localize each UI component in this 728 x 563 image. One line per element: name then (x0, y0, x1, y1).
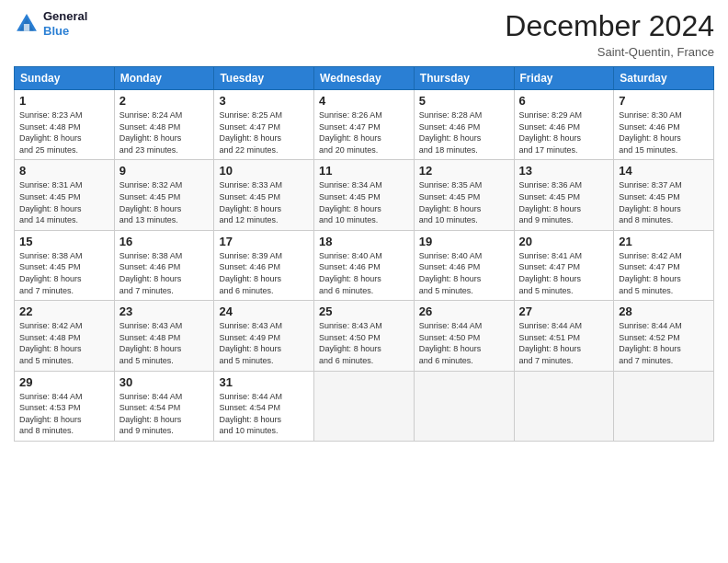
day-number: 19 (419, 235, 509, 248)
calendar-day-cell: 25Sunrise: 8:43 AM Sunset: 4:50 PM Dayli… (314, 301, 415, 371)
day-info: Sunrise: 8:33 AM Sunset: 4:45 PM Dayligh… (219, 179, 309, 225)
calendar-day-cell: 15Sunrise: 8:38 AM Sunset: 4:45 PM Dayli… (15, 230, 115, 300)
day-info: Sunrise: 8:44 AM Sunset: 4:52 PM Dayligh… (619, 320, 709, 366)
day-number: 29 (19, 375, 109, 389)
day-of-week-header: Monday (114, 67, 214, 90)
day-number: 1 (19, 94, 109, 108)
calendar-day-cell (514, 371, 614, 441)
logo-text: General Blue (43, 9, 87, 38)
day-number: 11 (319, 164, 409, 178)
calendar-day-cell: 23Sunrise: 8:43 AM Sunset: 4:48 PM Dayli… (114, 301, 214, 371)
calendar-day-cell: 9Sunrise: 8:32 AM Sunset: 4:45 PM Daylig… (114, 160, 214, 230)
day-number: 15 (19, 235, 109, 248)
calendar-day-cell (414, 371, 514, 441)
calendar-day-cell: 26Sunrise: 8:44 AM Sunset: 4:50 PM Dayli… (414, 301, 514, 371)
day-number: 9 (119, 164, 210, 178)
day-number: 2 (119, 94, 210, 108)
day-number: 12 (419, 164, 509, 178)
day-info: Sunrise: 8:44 AM Sunset: 4:53 PM Dayligh… (19, 391, 109, 437)
logo: General Blue (14, 9, 87, 38)
day-info: Sunrise: 8:36 AM Sunset: 4:45 PM Dayligh… (519, 179, 609, 225)
day-number: 13 (519, 164, 609, 178)
day-of-week-header: Friday (514, 67, 614, 90)
day-number: 26 (419, 304, 509, 318)
calendar-day-cell: 16Sunrise: 8:38 AM Sunset: 4:46 PM Dayli… (114, 230, 214, 300)
calendar-day-cell: 5Sunrise: 8:28 AM Sunset: 4:46 PM Daylig… (414, 90, 514, 160)
day-number: 31 (219, 375, 309, 389)
day-number: 14 (619, 164, 709, 178)
day-of-week-header: Tuesday (214, 67, 314, 90)
calendar-day-cell: 24Sunrise: 8:43 AM Sunset: 4:49 PM Dayli… (214, 301, 314, 371)
day-info: Sunrise: 8:43 AM Sunset: 4:49 PM Dayligh… (219, 320, 309, 366)
calendar-week-row: 29Sunrise: 8:44 AM Sunset: 4:53 PM Dayli… (15, 371, 714, 441)
svg-rect-2 (24, 24, 29, 31)
calendar-week-row: 1Sunrise: 8:23 AM Sunset: 4:48 PM Daylig… (15, 90, 714, 160)
day-number: 16 (119, 235, 210, 248)
calendar-day-cell (614, 371, 714, 441)
day-number: 24 (219, 304, 309, 318)
day-info: Sunrise: 8:42 AM Sunset: 4:48 PM Dayligh… (19, 320, 109, 366)
day-number: 17 (219, 235, 309, 248)
calendar-day-cell: 18Sunrise: 8:40 AM Sunset: 4:46 PM Dayli… (314, 230, 415, 300)
day-of-week-header: Wednesday (314, 67, 415, 90)
calendar-day-cell: 11Sunrise: 8:34 AM Sunset: 4:45 PM Dayli… (314, 160, 415, 230)
logo-line2: Blue (43, 24, 87, 39)
calendar-day-cell: 13Sunrise: 8:36 AM Sunset: 4:45 PM Dayli… (514, 160, 614, 230)
day-number: 6 (519, 94, 609, 108)
calendar-day-cell: 7Sunrise: 8:30 AM Sunset: 4:46 PM Daylig… (614, 90, 714, 160)
logo-icon (14, 11, 40, 37)
calendar-week-row: 8Sunrise: 8:31 AM Sunset: 4:45 PM Daylig… (15, 160, 714, 230)
calendar-day-cell: 21Sunrise: 8:42 AM Sunset: 4:47 PM Dayli… (614, 230, 714, 300)
page: General Blue December 2024 Saint-Quentin… (0, 0, 728, 563)
logo-line1: General (43, 9, 87, 24)
calendar: SundayMondayTuesdayWednesdayThursdayFrid… (14, 66, 714, 442)
day-info: Sunrise: 8:39 AM Sunset: 4:46 PM Dayligh… (219, 250, 309, 296)
day-info: Sunrise: 8:24 AM Sunset: 4:48 PM Dayligh… (119, 109, 210, 155)
day-number: 23 (119, 304, 210, 318)
calendar-day-cell: 6Sunrise: 8:29 AM Sunset: 4:46 PM Daylig… (514, 90, 614, 160)
day-info: Sunrise: 8:44 AM Sunset: 4:54 PM Dayligh… (219, 391, 309, 437)
day-number: 8 (19, 164, 109, 178)
calendar-day-cell: 28Sunrise: 8:44 AM Sunset: 4:52 PM Dayli… (614, 301, 714, 371)
day-number: 10 (219, 164, 309, 178)
calendar-day-cell: 19Sunrise: 8:40 AM Sunset: 4:46 PM Dayli… (414, 230, 514, 300)
day-number: 27 (519, 304, 609, 318)
day-info: Sunrise: 8:35 AM Sunset: 4:45 PM Dayligh… (419, 179, 509, 225)
calendar-day-cell: 29Sunrise: 8:44 AM Sunset: 4:53 PM Dayli… (15, 371, 115, 441)
calendar-header-row: SundayMondayTuesdayWednesdayThursdayFrid… (15, 67, 714, 90)
day-info: Sunrise: 8:40 AM Sunset: 4:46 PM Dayligh… (419, 250, 509, 296)
day-info: Sunrise: 8:34 AM Sunset: 4:45 PM Dayligh… (319, 179, 409, 225)
calendar-day-cell: 14Sunrise: 8:37 AM Sunset: 4:45 PM Dayli… (614, 160, 714, 230)
calendar-day-cell: 30Sunrise: 8:44 AM Sunset: 4:54 PM Dayli… (114, 371, 214, 441)
day-number: 18 (319, 235, 409, 248)
day-number: 30 (119, 375, 210, 389)
day-number: 4 (319, 94, 409, 108)
day-info: Sunrise: 8:38 AM Sunset: 4:46 PM Dayligh… (119, 250, 210, 296)
calendar-day-cell: 12Sunrise: 8:35 AM Sunset: 4:45 PM Dayli… (414, 160, 514, 230)
day-info: Sunrise: 8:25 AM Sunset: 4:47 PM Dayligh… (219, 109, 309, 155)
calendar-day-cell: 3Sunrise: 8:25 AM Sunset: 4:47 PM Daylig… (214, 90, 314, 160)
day-info: Sunrise: 8:28 AM Sunset: 4:46 PM Dayligh… (419, 109, 509, 155)
calendar-day-cell: 22Sunrise: 8:42 AM Sunset: 4:48 PM Dayli… (15, 301, 115, 371)
calendar-day-cell: 31Sunrise: 8:44 AM Sunset: 4:54 PM Dayli… (214, 371, 314, 441)
subtitle: Saint-Quentin, France (505, 45, 714, 59)
day-info: Sunrise: 8:41 AM Sunset: 4:47 PM Dayligh… (519, 250, 609, 296)
day-info: Sunrise: 8:37 AM Sunset: 4:45 PM Dayligh… (619, 179, 709, 225)
day-info: Sunrise: 8:44 AM Sunset: 4:51 PM Dayligh… (519, 320, 609, 366)
calendar-day-cell: 1Sunrise: 8:23 AM Sunset: 4:48 PM Daylig… (15, 90, 115, 160)
day-number: 25 (319, 304, 409, 318)
calendar-day-cell: 20Sunrise: 8:41 AM Sunset: 4:47 PM Dayli… (514, 230, 614, 300)
day-info: Sunrise: 8:29 AM Sunset: 4:46 PM Dayligh… (519, 109, 609, 155)
day-info: Sunrise: 8:44 AM Sunset: 4:50 PM Dayligh… (419, 320, 509, 366)
calendar-week-row: 15Sunrise: 8:38 AM Sunset: 4:45 PM Dayli… (15, 230, 714, 300)
header: General Blue December 2024 Saint-Quentin… (14, 9, 714, 59)
month-title: December 2024 (505, 9, 714, 43)
title-block: December 2024 Saint-Quentin, France (505, 9, 714, 59)
day-number: 7 (619, 94, 709, 108)
calendar-day-cell: 2Sunrise: 8:24 AM Sunset: 4:48 PM Daylig… (114, 90, 214, 160)
day-of-week-header: Saturday (614, 67, 714, 90)
day-info: Sunrise: 8:38 AM Sunset: 4:45 PM Dayligh… (19, 250, 109, 296)
day-info: Sunrise: 8:44 AM Sunset: 4:54 PM Dayligh… (119, 391, 210, 437)
day-info: Sunrise: 8:42 AM Sunset: 4:47 PM Dayligh… (619, 250, 709, 296)
calendar-day-cell: 17Sunrise: 8:39 AM Sunset: 4:46 PM Dayli… (214, 230, 314, 300)
